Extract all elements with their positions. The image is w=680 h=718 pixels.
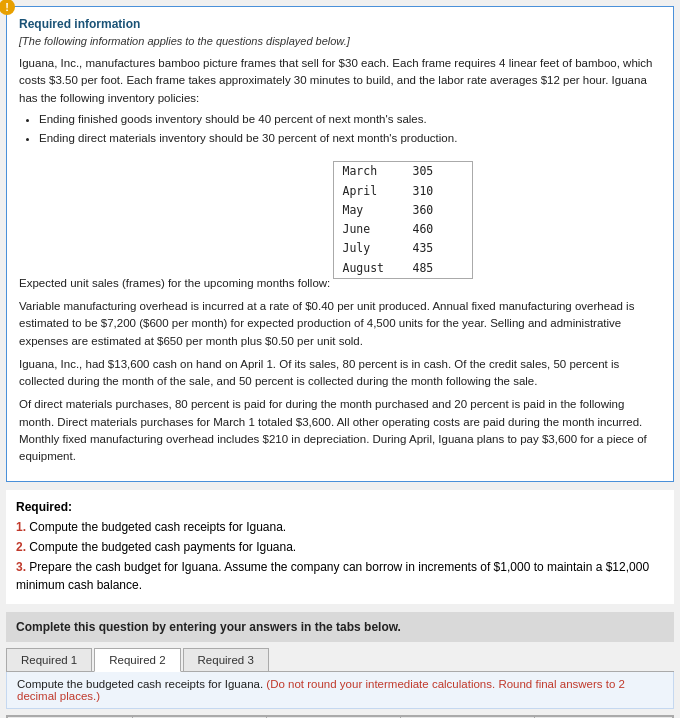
sales-table-row: June460	[334, 220, 441, 239]
tab-required-1[interactable]: Required 1	[6, 648, 92, 671]
required-section: Required: 1. Compute the budgeted cash r…	[6, 490, 674, 604]
info-paragraph-5: Iguana, Inc., had $13,600 cash on hand o…	[19, 356, 661, 391]
unit-sales-table: March305April310May360June460July435Augu…	[333, 161, 473, 279]
sales-table-row: April310	[334, 182, 441, 201]
sales-table-row: July435	[334, 239, 441, 258]
required-label: Required:	[16, 498, 664, 516]
required-item: 3. Prepare the cash budget for Iguana. A…	[16, 558, 664, 594]
sales-table-row: March305	[334, 162, 441, 181]
instruction-box: Compute the budgeted cash receipts for I…	[6, 672, 674, 709]
info-paragraph-4: Variable manufacturing overhead is incur…	[19, 298, 661, 350]
sales-table-row: August485	[334, 259, 441, 278]
tab-required-2[interactable]: Required 2	[94, 648, 180, 672]
info-paragraph-1: Iguana, Inc., manufactures bamboo pictur…	[19, 55, 661, 147]
sales-table-label: Expected unit sales (frames) for the upc…	[19, 153, 661, 292]
info-box: ! Required information [The following in…	[6, 6, 674, 482]
bullet-1: Ending finished goods inventory should b…	[39, 111, 661, 128]
tab-required-3[interactable]: Required 3	[183, 648, 269, 671]
required-item: 2. Compute the budgeted cash payments fo…	[16, 538, 664, 556]
required-item: 1. Compute the budgeted cash receipts fo…	[16, 518, 664, 536]
bullet-2: Ending direct materials inventory should…	[39, 130, 661, 147]
info-paragraph-6: Of direct materials purchases, 80 percen…	[19, 396, 661, 465]
info-icon: !	[0, 0, 15, 15]
info-title: Required information	[19, 17, 661, 31]
complete-box: Complete this question by entering your …	[6, 612, 674, 642]
sales-table-row: May360	[334, 201, 441, 220]
info-subtitle: [The following information applies to th…	[19, 35, 661, 47]
instruction-prefix: Compute the budgeted cash receipts for I…	[17, 678, 263, 690]
tabs-row: Required 1Required 2Required 3	[6, 648, 674, 672]
